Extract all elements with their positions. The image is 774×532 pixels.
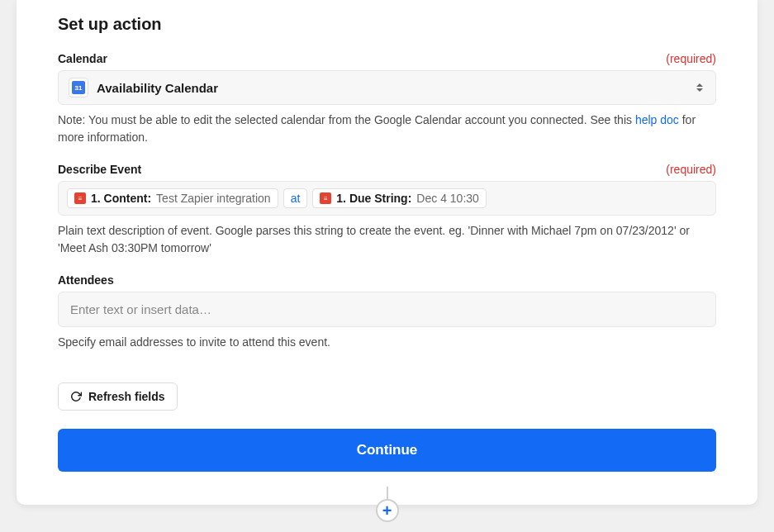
help-doc-link[interactable]: help doc [635, 113, 679, 126]
field-attendees: Attendees Specify email addresses to inv… [58, 273, 716, 351]
field-label-row: Attendees [58, 273, 716, 287]
todoist-icon: ≡ [74, 192, 86, 204]
separator-pill[interactable]: at [283, 188, 308, 208]
continue-button[interactable]: Continue [58, 429, 716, 472]
field-label-row: Describe Event (required) [58, 163, 716, 176]
required-badge: (required) [666, 52, 716, 65]
field-describe-event: Describe Event (required) ≡ 1. Content: … [58, 163, 716, 257]
calendar-note: Note: You must be able to edit the selec… [58, 112, 716, 146]
data-pill-content[interactable]: ≡ 1. Content: Test Zapier integration [67, 188, 278, 208]
todoist-icon: ≡ [320, 192, 331, 204]
attendees-label: Attendees [58, 273, 114, 287]
refresh-icon [70, 391, 82, 402]
attendees-help: Specify email addresses to invite to att… [58, 334, 716, 351]
google-calendar-icon: 31 [69, 78, 88, 97]
field-label-row: Calendar (required) [58, 52, 716, 65]
calendar-value: Availability Calendar [97, 81, 694, 95]
calendar-dropdown[interactable]: 31 Availability Calendar [58, 70, 716, 105]
action-setup-card: Set up action Calendar (required) 31 Ava… [17, 0, 757, 505]
chevron-sort-icon [694, 83, 705, 92]
describe-event-input[interactable]: ≡ 1. Content: Test Zapier integration at… [58, 181, 716, 216]
describe-event-label: Describe Event [58, 163, 141, 176]
data-pill-due-string[interactable]: ≡ 1. Due String: Dec 4 10:30 [312, 188, 487, 208]
attendees-input[interactable] [58, 292, 716, 327]
add-step-button[interactable]: + [376, 499, 399, 522]
calendar-label: Calendar [58, 52, 107, 65]
refresh-fields-button[interactable]: Refresh fields [58, 382, 178, 411]
describe-event-help: Plain text description of event. Google … [58, 222, 716, 257]
plus-icon: + [382, 502, 392, 519]
field-calendar: Calendar (required) 31 Availability Cale… [58, 52, 716, 146]
required-badge: (required) [666, 163, 716, 176]
section-title: Set up action [58, 0, 716, 52]
